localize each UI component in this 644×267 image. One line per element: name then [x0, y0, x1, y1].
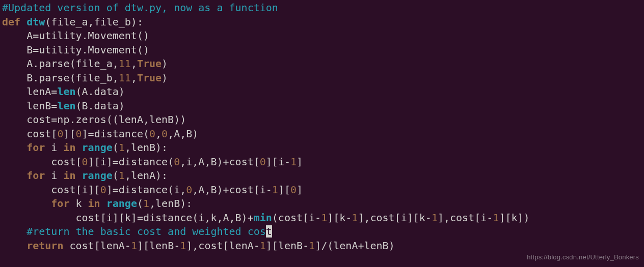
builtin-range: range	[106, 197, 137, 210]
code-line: cost[0][0]=distance(0,0,A,B)	[2, 128, 198, 140]
code-line: #return the basic cost and weighted cost	[2, 225, 272, 238]
comment: #Updated version of dtw.py, now as a fun…	[2, 2, 278, 14]
code-editor[interactable]: #Updated version of dtw.py, now as a fun…	[0, 0, 644, 254]
code-line: def dtw(file_a,file_b):	[2, 16, 143, 28]
comment: #return the basic cost and weighted cos	[26, 225, 266, 238]
code-line: A=utility.Movement()	[2, 29, 149, 42]
builtin-range: range	[82, 169, 113, 182]
func-name: dtw	[26, 16, 45, 28]
keyword-for: for	[51, 197, 69, 210]
builtin-range: range	[82, 141, 113, 154]
code-line: lenB=len(B.data)	[2, 100, 125, 112]
builtin-len: len	[57, 85, 75, 98]
keyword-return: return	[26, 240, 63, 252]
keyword-for: for	[26, 141, 45, 154]
keyword-for: for	[26, 169, 45, 182]
code-line: for k in range(1,lenB):	[2, 197, 192, 210]
keyword-in: in	[63, 141, 75, 154]
code-line: for i in range(1,lenA):	[2, 169, 168, 182]
keyword-in: in	[88, 197, 100, 210]
code-line: lenA=len(A.data)	[2, 85, 125, 98]
code-line: #Updated version of dtw.py, now as a fun…	[2, 2, 278, 14]
code-line: cost[0][i]=distance(0,i,A,B)+cost[0][i-1…	[2, 156, 303, 168]
keyword-def: def	[2, 16, 26, 28]
builtin-len: len	[57, 100, 75, 112]
keyword-in: in	[63, 169, 75, 182]
code-line: cost=np.zeros((lenA,lenB))	[2, 113, 186, 126]
code-line: return cost[lenA-1][lenB-1],cost[lenA-1]…	[2, 240, 395, 252]
watermark-text: https://blog.csdn.net/Utterly_Bonkers	[527, 250, 639, 264]
code-line: B.parse(file_b,11,True)	[2, 72, 168, 84]
code-line: A.parse(file_a,11,True)	[2, 57, 168, 70]
code-line: B=utility.Movement()	[2, 44, 149, 56]
keyword-true: True	[137, 72, 162, 84]
builtin-min: min	[254, 212, 272, 224]
code-line: cost[i][0]=distance(i,0,A,B)+cost[i-1][0…	[2, 184, 303, 196]
keyword-true: True	[137, 57, 162, 70]
code-line: cost[i][k]=distance(i,k,A,B)+min(cost[i-…	[2, 212, 530, 224]
text-cursor: t	[266, 225, 272, 238]
code-line: for i in range(1,lenB):	[2, 141, 168, 154]
